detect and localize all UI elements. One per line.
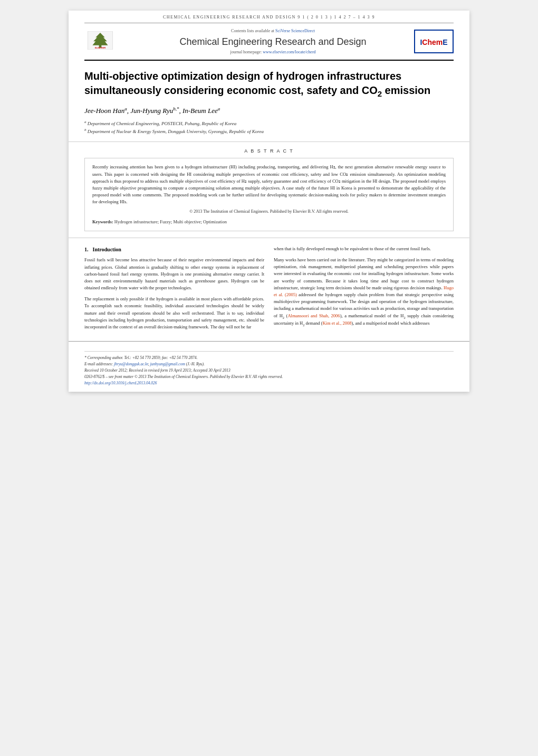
keywords-label: Keywords: [92, 219, 113, 224]
section1-left-para2: The replacement is only possible if the … [84, 296, 264, 330]
email-link-2[interactable]: junhyung@gmail.com [150, 362, 185, 366]
section1-number: 1. [84, 245, 89, 254]
article-title: Multi-objective optimization design of h… [84, 69, 454, 99]
right-column: when that is fully developed enough to b… [274, 245, 454, 335]
keywords-line: Keywords: Hydrogen infrastructure; Fuzzy… [92, 219, 446, 225]
svg-text:ELSEVIER: ELSEVIER [95, 46, 105, 49]
footer-corresponding: * Corresponding author. Tel.: +82 54 770… [84, 355, 454, 361]
section1-title: Introduction [93, 245, 121, 254]
elsevier-logo-container: ELSEVIER [84, 31, 132, 52]
page: CHEMICAL ENGINEERING RESEARCH AND DESIGN… [69, 11, 469, 392]
footer-issn: 0263-8762/$ – see front matter © 2013 Th… [84, 374, 454, 380]
section1-right-para1: when that is fully developed enough to b… [274, 245, 454, 252]
section1-heading: 1. Introduction [84, 245, 264, 254]
kim-ref-link[interactable]: Kim et al., 2008 [322, 320, 351, 326]
keywords-text: Hydrogen infrastructure; Fuzzy; Multi ob… [114, 219, 227, 224]
sciverse-link[interactable]: SciVerse ScienceDirect [275, 29, 315, 33]
journal-title: Chemical Engineering Research and Design [140, 36, 406, 48]
almansoori-ref-link[interactable]: Almansoori and Shah, 2006 [287, 313, 340, 318]
abstract-section: A B S T R A C T Recently increasing atte… [69, 142, 469, 238]
abstract-text: Recently increasing attention has been g… [92, 164, 446, 205]
hugo-ref-link[interactable]: Hugo et al. (2005) [274, 285, 454, 297]
affiliations: a Department of Chemical Engineering, PO… [84, 119, 454, 136]
journal-top-bar: CHEMICAL ENGINEERING RESEARCH AND DESIGN… [84, 15, 454, 23]
abstract-box: Recently increasing attention has been g… [84, 158, 454, 231]
authors: Jee-Hoon Hana, Jun-Hyung Ryub,*, In-Beum… [84, 106, 454, 115]
footer-doi: http://dx.doi.org/10.1016/j.cherd.2013.0… [84, 380, 454, 386]
copyright-line: © 2013 The Institution of Chemical Engin… [92, 209, 446, 215]
journal-header: CHEMICAL ENGINEERING RESEARCH AND DESIGN… [69, 11, 469, 61]
contents-line: Contents lists available at SciVerse Sci… [140, 29, 406, 33]
footer-email: E-mail addresses: jhryu@dongguk.ac.kr, j… [84, 361, 454, 367]
page-footer: * Corresponding author. Tel.: +82 54 770… [69, 341, 469, 392]
journal-homepage: journal homepage: www.elsevier.com/locat… [140, 50, 406, 54]
abstract-title: A B S T R A C T [84, 148, 454, 154]
journal-center: Contents lists available at SciVerse Sci… [132, 29, 414, 54]
journal-meta: ELSEVIER Contents lists available at Sci… [84, 23, 454, 61]
section1-right-para2: Many works have been carried out in the … [274, 257, 454, 328]
article-title-section: Multi-objective optimization design of h… [69, 61, 469, 142]
email-link-1[interactable]: jhryu@dongguk.ac.kr [114, 362, 148, 366]
footer-divider [84, 351, 454, 352]
section1-left-para1: Fossil fuels will become less attractive… [84, 257, 264, 291]
left-column: 1. Introduction Fossil fuels will become… [84, 245, 264, 335]
main-content: 1. Introduction Fossil fuels will become… [69, 238, 469, 335]
elsevier-tree-svg: ELSEVIER [84, 31, 116, 50]
doi-link[interactable]: http://dx.doi.org/10.1016/j.cherd.2013.0… [84, 381, 157, 385]
ichem-logo: IChemE [414, 30, 454, 53]
footer-received: Received 10 October 2012; Received in re… [84, 367, 454, 374]
journal-homepage-link[interactable]: www.elsevier.com/locate/cherd [263, 50, 315, 54]
